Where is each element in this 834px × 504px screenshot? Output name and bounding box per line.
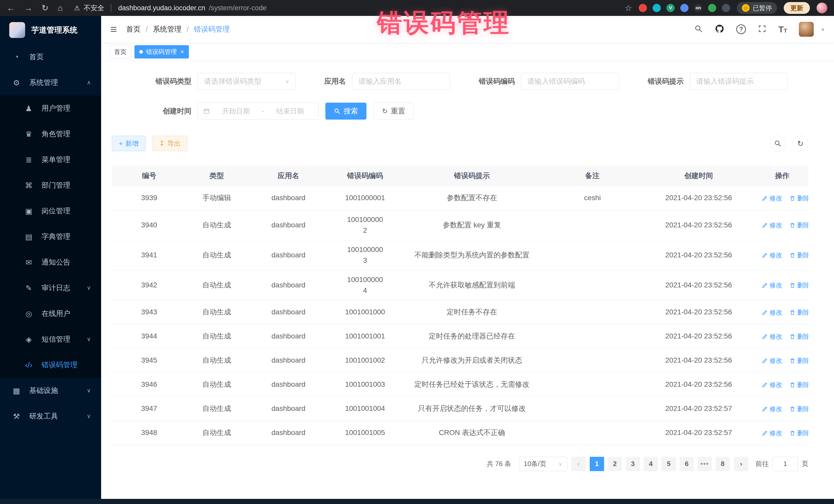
edit-link[interactable]: 修改 [762,308,782,317]
cell-app: dashboard [247,372,330,396]
app-logo[interactable]: 芋道管理系统 [0,16,101,44]
cell-code: 1001000001 [330,186,400,210]
browser-home-icon[interactable]: ⌂ [58,4,63,12]
font-size-icon[interactable]: TT [778,25,787,34]
sidebar-item-system[interactable]: ⚙ 系统管理 ∧ [0,70,101,95]
audit-icon: ✎ [24,284,34,292]
pager-page-1[interactable]: 1 [590,457,604,471]
add-button[interactable]: + 新增 [112,136,146,151]
sidebar-item-tools[interactable]: ⚒ 研发工具 ∨ [0,403,101,429]
app-name-input[interactable] [358,77,444,85]
pager-prev-button[interactable]: ‹ [571,457,586,471]
delete-link[interactable]: 删除 [789,428,808,438]
paused-profile-badge[interactable]: ☺ 已暂停 [737,2,777,14]
trash-icon [789,309,795,316]
pager-page-6[interactable]: 6 [680,457,694,471]
delete-link[interactable]: 删除 [789,356,808,366]
sidebar-item-home[interactable]: ◔ 首页 [0,44,101,70]
edit-link[interactable]: 修改 [762,332,782,342]
extension-red-icon[interactable] [639,4,647,12]
vue-devtools-icon[interactable]: V [666,4,675,12]
goto-page-input[interactable] [772,457,798,471]
avatar-caret-down-icon[interactable]: ∨ [821,26,825,32]
sidebar-menu: ◔ 首页 ⚙ 系统管理 ∧ ♟ 用户管理 ♛ 角色管理 ≣ 菜单管理 ⌘ 部门管… [0,44,101,429]
address-bar[interactable]: ⚠ 不安全 dashboard.yudao.iocoder.cn/system/… [74,3,267,13]
bookmark-star-icon[interactable]: ☆ [624,3,632,13]
delete-link[interactable]: 删除 [789,194,808,203]
browser-back-icon[interactable]: ← [7,4,15,12]
extension-gray-icon[interactable] [722,4,730,12]
page-size-select[interactable]: 10条/页 ∨ [519,457,567,471]
sidebar-item-online[interactable]: ◎ 在线用户 [0,301,101,326]
user-avatar[interactable] [799,22,814,37]
edit-link[interactable]: 修改 [762,380,782,390]
edit-link[interactable]: 修改 [762,281,782,290]
delete-link[interactable]: 删除 [789,404,808,414]
export-button[interactable]: ↧ 导出 [152,136,188,151]
pager-page-8[interactable]: 8 [716,457,730,471]
reset-button[interactable]: ↻ 重置 [374,103,414,119]
edit-link[interactable]: 修改 [762,428,782,438]
delete-link[interactable]: 删除 [789,308,808,317]
fullscreen-icon[interactable] [758,24,767,34]
cell-remark [544,372,641,396]
extension-teal-icon[interactable] [653,4,661,12]
error-code-input[interactable] [527,77,613,85]
sidebar-item-audit[interactable]: ✎ 审计日志 ∨ [0,275,101,301]
trash-icon [789,222,795,228]
extension-green-icon[interactable] [708,4,716,12]
delete-link[interactable]: 删除 [789,220,808,230]
tab-error-code[interactable]: 错误码管理 × [134,45,189,59]
tab-home[interactable]: 首页 [109,45,131,59]
pager-page-3[interactable]: 3 [626,457,640,471]
toggle-search-icon[interactable] [770,135,786,151]
pager-page-5[interactable]: 5 [662,457,676,471]
extension-dark-icon[interactable]: on [694,4,702,12]
breadcrumb-system[interactable]: 系统管理 [153,24,189,34]
pager-pages: 123456•••8 [590,457,730,471]
edit-link[interactable]: 修改 [762,194,782,203]
edit-link[interactable]: 修改 [762,250,782,260]
sidebar-item-menu[interactable]: ≣ 菜单管理 [0,147,101,172]
gear-icon: ⚙ [11,78,22,87]
cell-code: 1001000004 [330,270,400,300]
pager-page-2[interactable]: 2 [608,457,622,471]
sidebar-item-infra[interactable]: ▦ 基础设施 ∨ [0,378,101,403]
error-type-select[interactable]: 请选择错误码类型 ∨ [198,73,295,90]
sidebar-item-post[interactable]: ▣ 岗位管理 [0,198,101,224]
pager-ellipsis[interactable]: ••• [698,457,712,471]
extension-blue-icon[interactable] [680,4,688,12]
hamburger-icon[interactable]: ≡ [110,24,117,35]
browser-profile-avatar[interactable] [816,3,827,13]
sidebar-item-user[interactable]: ♟ 用户管理 [0,95,101,121]
edit-link[interactable]: 修改 [762,220,782,230]
sidebar-item-dept[interactable]: ⌘ 部门管理 [0,172,101,198]
search-icon[interactable] [694,24,703,34]
delete-link[interactable]: 删除 [789,281,808,290]
delete-link[interactable]: 删除 [789,250,808,260]
refresh-table-icon[interactable]: ↻ [792,135,808,151]
create-time-range-picker[interactable]: 开始日期 - 结束日期 [198,103,319,119]
chrome-update-button[interactable]: 更新 [784,2,810,14]
breadcrumb-home[interactable]: 首页 [126,24,148,34]
help-icon[interactable]: ? [736,24,746,34]
errcode-icon: ‹/› [24,360,34,369]
edit-link[interactable]: 修改 [762,356,782,366]
error-hint-input[interactable] [696,77,782,85]
sidebar-item-sms[interactable]: ◈ 短信管理 ∨ [0,326,101,352]
sidebar-item-role[interactable]: ♛ 角色管理 [0,121,101,147]
pager-page-4[interactable]: 4 [643,457,658,471]
sidebar-item-errorcode[interactable]: ‹/› 错误码管理 [0,352,101,378]
sidebar-item-notice[interactable]: ✉ 通知公告 [0,249,101,275]
delete-link[interactable]: 删除 [789,332,808,342]
pager-next-button[interactable]: › [734,457,748,471]
tab-close-icon[interactable]: × [180,49,184,55]
search-button[interactable]: 搜索 [325,103,367,119]
delete-link[interactable]: 删除 [789,380,808,390]
browser-forward-icon[interactable]: → [24,4,32,12]
sidebar-item-dict[interactable]: ▤ 字典管理 [0,224,101,249]
github-icon[interactable] [715,24,724,35]
sidebar-item-label: 通知公告 [42,257,70,267]
edit-link[interactable]: 修改 [762,404,782,414]
browser-reload-icon[interactable]: ↻ [42,4,48,12]
